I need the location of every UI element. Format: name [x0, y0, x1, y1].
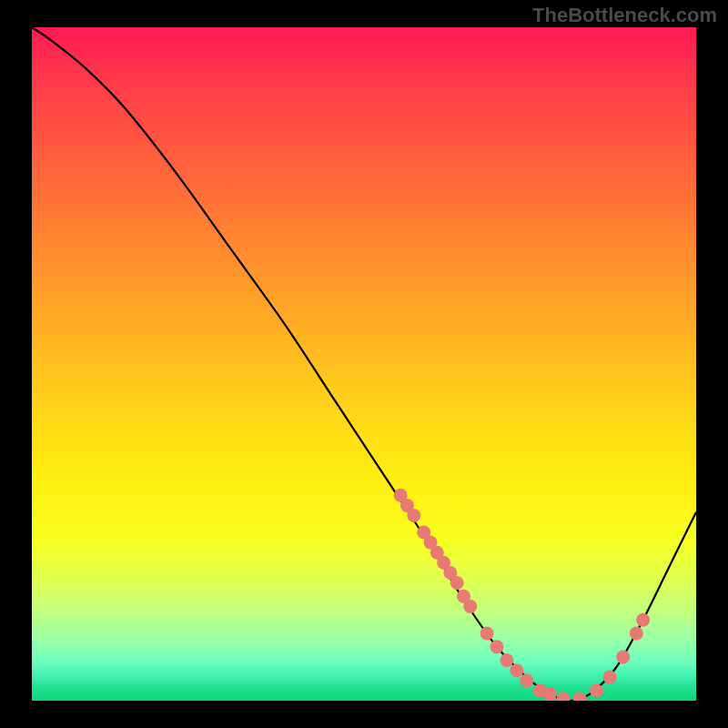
chart-container: TheBottleneck.com: [0, 0, 728, 728]
data-point: [510, 663, 523, 677]
watermark-text: TheBottleneck.com: [532, 4, 717, 27]
data-point: [573, 692, 587, 701]
bottleneck-curve: [32, 27, 696, 701]
data-point: [490, 640, 504, 653]
data-point: [450, 576, 464, 590]
data-point: [480, 627, 494, 641]
data-point: [520, 673, 533, 687]
data-point: [636, 613, 650, 627]
data-point: [616, 650, 630, 663]
chart-svg: [32, 27, 696, 701]
data-point: [500, 653, 513, 667]
data-markers: [394, 489, 650, 701]
data-point: [630, 627, 643, 641]
data-point: [407, 509, 420, 522]
data-point: [603, 671, 617, 684]
data-point: [590, 683, 603, 697]
data-point: [543, 687, 557, 701]
data-point: [463, 600, 477, 613]
data-point: [557, 692, 571, 701]
plot-area: [32, 27, 696, 701]
